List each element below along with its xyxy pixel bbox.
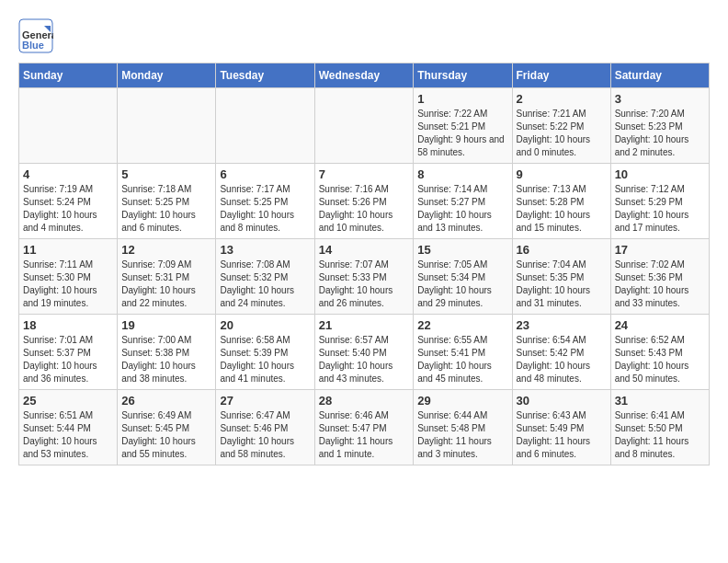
header: General Blue (18, 18, 710, 53)
calendar-cell: 22Sunrise: 6:55 AM Sunset: 5:41 PM Dayli… (414, 315, 512, 390)
day-number: 27 (220, 394, 310, 408)
day-of-week-header: Sunday (19, 63, 118, 88)
day-info: Sunrise: 7:05 AM Sunset: 5:34 PM Dayligh… (417, 259, 507, 310)
day-info: Sunrise: 6:51 AM Sunset: 5:44 PM Dayligh… (23, 409, 113, 461)
day-info: Sunrise: 7:16 AM Sunset: 5:26 PM Dayligh… (319, 183, 410, 235)
day-of-week-header: Wednesday (314, 63, 414, 88)
calendar-cell: 2Sunrise: 7:21 AM Sunset: 5:22 PM Daylig… (512, 88, 610, 164)
calendar-cell: 5Sunrise: 7:18 AM Sunset: 5:25 PM Daylig… (118, 164, 216, 239)
day-info: Sunrise: 6:46 AM Sunset: 5:47 PM Dayligh… (319, 409, 410, 461)
calendar-cell (216, 88, 314, 164)
calendar-week-row: 11Sunrise: 7:11 AM Sunset: 5:30 PM Dayli… (19, 239, 710, 315)
calendar-cell: 24Sunrise: 6:52 AM Sunset: 5:43 PM Dayli… (610, 315, 709, 390)
day-info: Sunrise: 7:11 AM Sunset: 5:30 PM Dayligh… (23, 259, 113, 310)
logo: General Blue (18, 18, 53, 53)
calendar-cell: 26Sunrise: 6:49 AM Sunset: 5:45 PM Dayli… (118, 390, 216, 465)
day-info: Sunrise: 7:07 AM Sunset: 5:33 PM Dayligh… (319, 259, 410, 310)
day-info: Sunrise: 7:20 AM Sunset: 5:23 PM Dayligh… (615, 108, 705, 159)
day-info: Sunrise: 6:47 AM Sunset: 5:46 PM Dayligh… (220, 409, 310, 461)
calendar-cell: 20Sunrise: 6:58 AM Sunset: 5:39 PM Dayli… (216, 315, 314, 390)
day-info: Sunrise: 7:08 AM Sunset: 5:32 PM Dayligh… (220, 259, 310, 310)
day-of-week-header: Monday (118, 63, 216, 88)
day-number: 18 (23, 318, 113, 332)
day-number: 25 (23, 394, 113, 408)
day-number: 10 (615, 167, 705, 181)
calendar-cell: 10Sunrise: 7:12 AM Sunset: 5:29 PM Dayli… (610, 164, 709, 239)
day-number: 21 (319, 318, 410, 332)
day-number: 6 (220, 167, 310, 181)
day-number: 5 (121, 167, 211, 181)
calendar-cell: 30Sunrise: 6:43 AM Sunset: 5:49 PM Dayli… (512, 390, 610, 465)
calendar-cell: 6Sunrise: 7:17 AM Sunset: 5:25 PM Daylig… (216, 164, 314, 239)
day-number: 17 (615, 243, 705, 257)
day-number: 1 (417, 92, 507, 106)
day-number: 26 (121, 394, 211, 408)
day-info: Sunrise: 6:55 AM Sunset: 5:41 PM Dayligh… (417, 334, 507, 385)
day-info: Sunrise: 7:13 AM Sunset: 5:28 PM Dayligh… (517, 183, 607, 235)
day-number: 4 (23, 167, 113, 181)
calendar-cell: 3Sunrise: 7:20 AM Sunset: 5:23 PM Daylig… (610, 88, 709, 164)
day-info: Sunrise: 6:57 AM Sunset: 5:40 PM Dayligh… (319, 334, 410, 385)
day-info: Sunrise: 7:18 AM Sunset: 5:25 PM Dayligh… (121, 183, 211, 235)
calendar-cell: 13Sunrise: 7:08 AM Sunset: 5:32 PM Dayli… (216, 239, 314, 315)
calendar-cell: 8Sunrise: 7:14 AM Sunset: 5:27 PM Daylig… (414, 164, 512, 239)
calendar-cell: 9Sunrise: 7:13 AM Sunset: 5:28 PM Daylig… (512, 164, 610, 239)
day-info: Sunrise: 6:44 AM Sunset: 5:48 PM Dayligh… (417, 409, 507, 461)
calendar-cell: 25Sunrise: 6:51 AM Sunset: 5:44 PM Dayli… (19, 390, 118, 465)
svg-text:Blue: Blue (22, 40, 44, 51)
calendar: SundayMondayTuesdayWednesdayThursdayFrid… (18, 63, 710, 465)
day-number: 22 (417, 318, 507, 332)
day-number: 19 (121, 318, 211, 332)
day-number: 20 (220, 318, 310, 332)
calendar-cell (314, 88, 414, 164)
day-number: 2 (517, 92, 607, 106)
calendar-cell: 27Sunrise: 6:47 AM Sunset: 5:46 PM Dayli… (216, 390, 314, 465)
calendar-week-row: 4Sunrise: 7:19 AM Sunset: 5:24 PM Daylig… (19, 164, 710, 239)
day-number: 31 (615, 394, 705, 408)
day-info: Sunrise: 7:09 AM Sunset: 5:31 PM Dayligh… (121, 259, 211, 310)
day-of-week-header: Saturday (610, 63, 709, 88)
calendar-week-row: 18Sunrise: 7:01 AM Sunset: 5:37 PM Dayli… (19, 315, 710, 390)
calendar-cell: 21Sunrise: 6:57 AM Sunset: 5:40 PM Dayli… (314, 315, 414, 390)
day-info: Sunrise: 6:58 AM Sunset: 5:39 PM Dayligh… (220, 334, 310, 385)
calendar-cell: 7Sunrise: 7:16 AM Sunset: 5:26 PM Daylig… (314, 164, 414, 239)
calendar-week-row: 1Sunrise: 7:22 AM Sunset: 5:21 PM Daylig… (19, 88, 710, 164)
calendar-cell: 28Sunrise: 6:46 AM Sunset: 5:47 PM Dayli… (314, 390, 414, 465)
day-number: 11 (23, 243, 113, 257)
day-number: 23 (517, 318, 607, 332)
day-number: 3 (615, 92, 705, 106)
day-info: Sunrise: 6:54 AM Sunset: 5:42 PM Dayligh… (517, 334, 607, 385)
day-info: Sunrise: 6:43 AM Sunset: 5:49 PM Dayligh… (517, 409, 607, 461)
day-number: 24 (615, 318, 705, 332)
calendar-cell: 29Sunrise: 6:44 AM Sunset: 5:48 PM Dayli… (414, 390, 512, 465)
day-number: 29 (417, 394, 507, 408)
day-of-week-header: Thursday (414, 63, 512, 88)
calendar-cell: 31Sunrise: 6:41 AM Sunset: 5:50 PM Dayli… (610, 390, 709, 465)
day-info: Sunrise: 7:04 AM Sunset: 5:35 PM Dayligh… (517, 259, 607, 310)
logo-icon: General Blue (18, 18, 53, 53)
calendar-cell: 17Sunrise: 7:02 AM Sunset: 5:36 PM Dayli… (610, 239, 709, 315)
day-of-week-header: Tuesday (216, 63, 314, 88)
day-number: 15 (417, 243, 507, 257)
calendar-header-row: SundayMondayTuesdayWednesdayThursdayFrid… (19, 63, 710, 88)
day-number: 30 (517, 394, 607, 408)
calendar-cell: 4Sunrise: 7:19 AM Sunset: 5:24 PM Daylig… (19, 164, 118, 239)
calendar-cell: 12Sunrise: 7:09 AM Sunset: 5:31 PM Dayli… (118, 239, 216, 315)
day-info: Sunrise: 7:22 AM Sunset: 5:21 PM Dayligh… (417, 108, 507, 159)
day-number: 12 (121, 243, 211, 257)
day-number: 9 (517, 167, 607, 181)
day-info: Sunrise: 6:49 AM Sunset: 5:45 PM Dayligh… (121, 409, 211, 461)
day-info: Sunrise: 7:00 AM Sunset: 5:38 PM Dayligh… (121, 334, 211, 385)
day-info: Sunrise: 7:12 AM Sunset: 5:29 PM Dayligh… (615, 183, 705, 235)
day-number: 16 (517, 243, 607, 257)
day-info: Sunrise: 7:14 AM Sunset: 5:27 PM Dayligh… (417, 183, 507, 235)
calendar-cell (19, 88, 118, 164)
day-number: 13 (220, 243, 310, 257)
calendar-cell: 23Sunrise: 6:54 AM Sunset: 5:42 PM Dayli… (512, 315, 610, 390)
calendar-cell: 15Sunrise: 7:05 AM Sunset: 5:34 PM Dayli… (414, 239, 512, 315)
day-number: 14 (319, 243, 410, 257)
day-info: Sunrise: 7:02 AM Sunset: 5:36 PM Dayligh… (615, 259, 705, 310)
calendar-cell: 11Sunrise: 7:11 AM Sunset: 5:30 PM Dayli… (19, 239, 118, 315)
day-info: Sunrise: 7:01 AM Sunset: 5:37 PM Dayligh… (23, 334, 113, 385)
day-info: Sunrise: 7:21 AM Sunset: 5:22 PM Dayligh… (517, 108, 607, 159)
